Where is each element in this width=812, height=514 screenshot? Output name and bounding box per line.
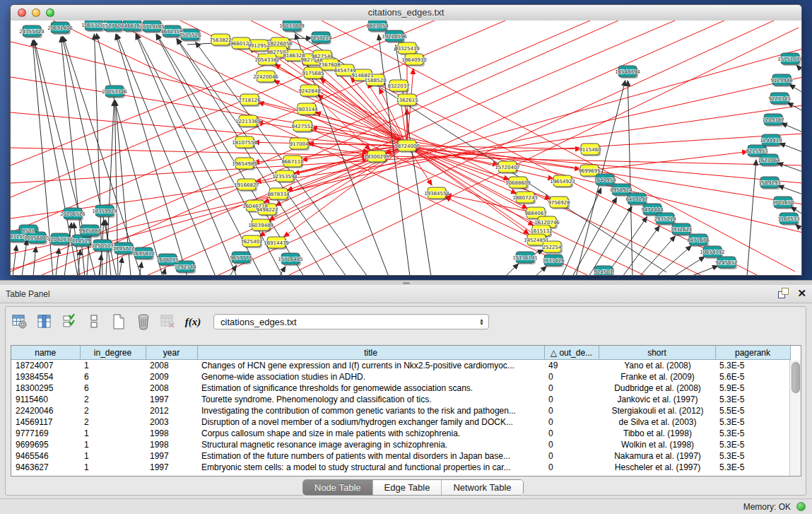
- table-cell[interactable]: Genome-wide association studies in ADHD.: [197, 371, 544, 382]
- table-row[interactable]: 1456911722003Disruption of a novel membe…: [11, 416, 790, 428]
- graph-edge[interactable]: [628, 81, 632, 276]
- table-cell[interactable]: 49: [544, 360, 599, 372]
- table-cell[interactable]: 2008: [146, 360, 197, 372]
- table-cell[interactable]: 9465546: [11, 450, 80, 462]
- table-cell[interactable]: Dudbridge et al. (2008): [599, 382, 715, 394]
- tab-edge-table[interactable]: Edge Table: [373, 480, 442, 495]
- table-scrollbar[interactable]: [789, 360, 801, 476]
- column-header-out_de[interactable]: △ out_de...: [544, 346, 599, 360]
- table-cell[interactable]: 5.3E-5: [715, 450, 790, 462]
- graph-edge[interactable]: [117, 34, 216, 276]
- table-cell[interactable]: 9777169: [11, 428, 80, 439]
- table-cell[interactable]: 5.3E-5: [715, 394, 790, 405]
- table-cell[interactable]: 0: [544, 428, 599, 439]
- table-cell[interactable]: Embryonic stem cells: a model to study s…: [197, 462, 544, 473]
- table-cell[interactable]: 22420046: [11, 405, 80, 416]
- table-cell[interactable]: 9115460: [11, 394, 80, 405]
- float-panel-icon[interactable]: [778, 288, 789, 298]
- table-cell[interactable]: Tourette syndrome. Phenomenology and cla…: [197, 394, 544, 405]
- table-cell[interactable]: 1998: [146, 428, 197, 439]
- graph-edge[interactable]: [116, 34, 187, 276]
- graph-edge[interactable]: [136, 34, 237, 276]
- table-scrollbar-thumb[interactable]: [792, 362, 800, 393]
- graph-edge[interactable]: [535, 267, 546, 276]
- table-cell[interactable]: Franke et al. (2009): [599, 371, 715, 382]
- panel-splitter[interactable]: [0, 280, 812, 285]
- table-cell[interactable]: Disruption of a novel member of a sodium…: [197, 416, 544, 428]
- table-row[interactable]: 2242004622012Investigating the contribut…: [11, 405, 790, 416]
- graph-edge[interactable]: [308, 144, 407, 146]
- column-header-name[interactable]: name: [11, 346, 80, 360]
- table-select-dropdown[interactable]: citations_edges.txt ▲▼: [213, 314, 489, 329]
- graph-edge[interactable]: [505, 264, 519, 276]
- table-cell[interactable]: Structural magnetic resonance image aver…: [197, 439, 544, 450]
- table-cell[interactable]: Changes of HCN gene expression and I(f) …: [197, 360, 544, 372]
- table-cell[interactable]: 6: [80, 382, 146, 394]
- table-cell[interactable]: 1: [80, 360, 146, 372]
- graph-edge[interactable]: [623, 226, 659, 276]
- graph-edge[interactable]: [572, 197, 617, 276]
- graph-edge[interactable]: [119, 257, 122, 276]
- graph-canvas[interactable]: 1872400718300295193845549660123991295418…: [11, 21, 801, 276]
- table-cell[interactable]: de Silva et al. (2003): [599, 416, 715, 428]
- table-cell[interactable]: Corpus callosum shape and size in male p…: [197, 428, 544, 439]
- graph-edge[interactable]: [145, 21, 724, 276]
- table-cell[interactable]: 1: [80, 462, 146, 473]
- column-header-pagerank[interactable]: pagerank: [715, 346, 790, 360]
- graph-edge[interactable]: [322, 21, 795, 271]
- table-cell[interactable]: 5.3E-5: [715, 462, 790, 473]
- table-cell[interactable]: 5.3E-5: [715, 416, 790, 428]
- graph-edge[interactable]: [317, 95, 407, 146]
- graph-edge[interactable]: [11, 42, 801, 233]
- table-options-button[interactable]: [11, 313, 28, 330]
- table-row[interactable]: 1830029562008Estimation of significance …: [11, 382, 790, 394]
- table-row[interactable]: 1872400712008Changes of HCN gene express…: [11, 360, 790, 372]
- table-cell[interactable]: 14569117: [11, 416, 80, 428]
- graph-edge[interactable]: [796, 65, 801, 71]
- column-header-short[interactable]: short: [599, 346, 715, 360]
- table-cell[interactable]: Stergiakouli et al. (2012): [599, 405, 715, 416]
- graph-edge[interactable]: [778, 185, 801, 194]
- table-cell[interactable]: 2012: [146, 405, 197, 416]
- table-cell[interactable]: 1997: [146, 462, 197, 473]
- splitter-grip-icon[interactable]: [403, 282, 410, 284]
- graph-edge[interactable]: [56, 248, 59, 276]
- table-cell[interactable]: Wolkin et al. (1998): [599, 439, 715, 450]
- table-cell[interactable]: 18300295: [11, 382, 80, 394]
- table-cell[interactable]: 1: [80, 428, 146, 439]
- delete-table-button[interactable]: [160, 313, 177, 330]
- graph-edge[interactable]: [657, 246, 691, 276]
- table-cell[interactable]: Tibbo et al. (1998): [599, 428, 715, 439]
- graph-edge[interactable]: [779, 144, 801, 152]
- table-cell[interactable]: Jankovic et al. (1997): [599, 394, 715, 405]
- table-cell[interactable]: 19384554: [11, 371, 80, 382]
- table-cell[interactable]: 2009: [146, 371, 197, 382]
- column-header-year[interactable]: year: [146, 346, 197, 360]
- function-builder-button[interactable]: f(x): [184, 313, 201, 330]
- table-cell[interactable]: Estimation of the future numbers of pati…: [197, 450, 544, 462]
- table-cell[interactable]: 0: [544, 371, 599, 382]
- graph-edge[interactable]: [589, 206, 632, 276]
- table-cell[interactable]: 5.3E-5: [715, 439, 790, 450]
- window-titlebar[interactable]: citations_edges.txt: [11, 5, 801, 21]
- graph-edge[interactable]: [182, 275, 182, 276]
- graph-edge[interactable]: [64, 223, 71, 276]
- table-cell[interactable]: 0: [544, 439, 599, 450]
- table-cell[interactable]: 5.6E-5: [715, 371, 790, 382]
- show-columns-button[interactable]: [36, 313, 53, 330]
- table-cell[interactable]: Investigating the contribution of common…: [197, 405, 544, 416]
- tab-network-table[interactable]: Network Table: [442, 480, 522, 495]
- graph-edge[interactable]: [22, 240, 27, 276]
- delete-column-button[interactable]: [135, 313, 152, 330]
- table-row[interactable]: 946554611997Estimation of the future num…: [11, 450, 790, 462]
- graph-edge[interactable]: [163, 269, 165, 276]
- table-cell[interactable]: Hescheler et al. (1997): [599, 462, 715, 473]
- table-cell[interactable]: 2: [80, 405, 146, 416]
- table-row[interactable]: 946362711997Embryonic stem cells: a mode…: [11, 462, 790, 473]
- table-cell[interactable]: 18724007: [11, 360, 80, 372]
- column-header-title[interactable]: title: [197, 346, 544, 360]
- graph-edge[interactable]: [777, 163, 801, 172]
- table-cell[interactable]: 5.3E-5: [715, 428, 790, 439]
- deselect-all-button[interactable]: [86, 313, 102, 330]
- table-cell[interactable]: 5.9E-5: [715, 382, 790, 394]
